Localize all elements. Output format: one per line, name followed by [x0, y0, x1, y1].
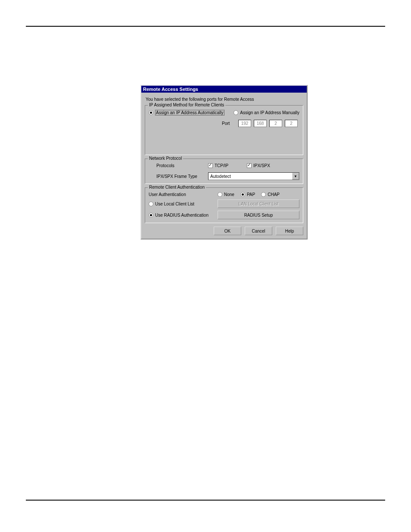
page-header-rule [26, 26, 385, 27]
